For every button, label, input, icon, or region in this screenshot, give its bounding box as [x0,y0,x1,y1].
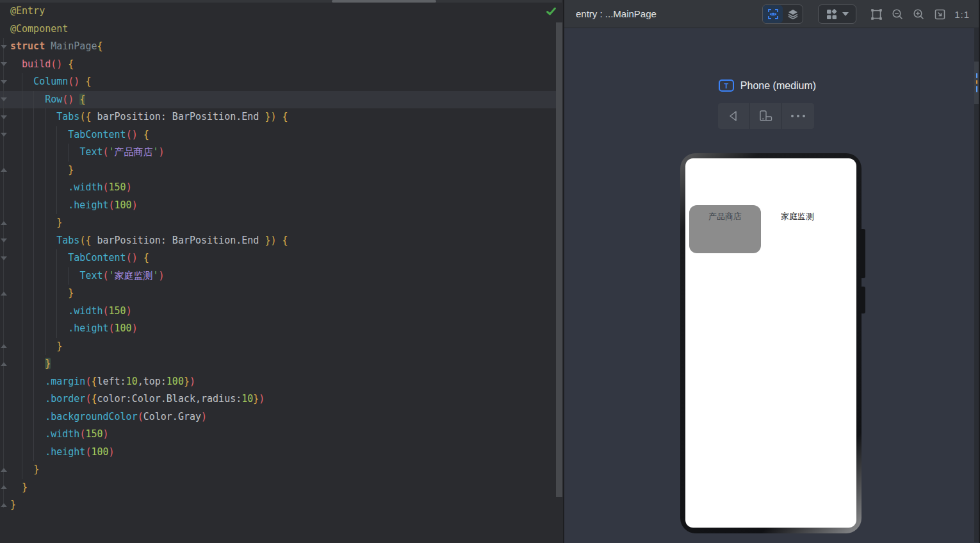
horizontal-scrollbar-thumb[interactable] [332,0,436,3]
phone-screen[interactable]: 产品商店 家庭监测 [685,158,856,528]
code-line[interactable]: struct MainPage{ [0,38,555,56]
phone-power-button [860,287,865,313]
code-line[interactable]: } [0,214,555,232]
device-name-label: Phone (medium) [740,80,816,92]
code-editor[interactable]: @Entry@Componentstruct MainPage{ build()… [0,0,564,543]
zoom-out-button[interactable] [891,8,904,21]
chevron-down-icon [842,12,849,16]
back-triangle-icon [727,110,740,122]
zoom-in-button[interactable] [912,8,925,21]
tab-content-card[interactable]: 产品商店 [689,205,761,253]
code-line[interactable]: } [0,338,555,356]
widgets-icon [826,9,837,20]
code-line[interactable]: Tabs({ barPosition: BarPosition.End }) { [0,108,555,126]
fit-to-screen-icon [934,8,946,21]
code-line[interactable]: Row() { [0,91,555,109]
code-area[interactable]: @Entry@Componentstruct MainPage{ build()… [0,3,555,514]
device-type-badge-icon: T [719,79,734,92]
rotate-device-button[interactable] [749,103,781,129]
horizontal-scrollbar[interactable] [0,0,562,3]
code-line[interactable]: .height(100) [0,320,555,338]
preview-action-bar [718,103,814,129]
code-line[interactable]: .height(100) [0,444,555,462]
preview-mode-toggle [762,4,803,24]
previewer-canvas: T Phone (medium) [564,28,979,542]
fit-to-screen-button[interactable] [933,8,946,21]
tab1-text: 产品商店 [689,211,761,222]
more-dots-icon [791,115,805,117]
rotate-device-icon [758,110,773,122]
previewer-panel: entry : ...MainPage [564,0,979,543]
code-line[interactable]: .width(150) [0,426,555,444]
code-line[interactable]: TabContent() { [0,126,555,144]
code-line[interactable]: } [0,479,555,497]
tab2-text[interactable]: 家庭监测 [781,211,814,222]
deveco-previewer-window: @Entry@Componentstruct MainPage{ build()… [0,0,980,543]
code-line[interactable]: } [0,285,555,303]
code-line[interactable]: .height(100) [0,197,555,215]
code-line[interactable]: } [0,162,555,180]
layers-icon [787,8,799,20]
phone-volume-button [860,229,865,278]
code-line[interactable]: build() { [0,56,555,74]
code-line[interactable]: } [0,496,555,514]
code-line[interactable]: @Entry [0,3,555,21]
code-line[interactable]: .backgroundColor(Color.Gray) [0,408,555,426]
code-line[interactable]: Column() { [0,73,555,91]
code-line[interactable]: Tabs({ barPosition: BarPosition.End }) { [0,232,555,250]
more-options-button[interactable] [781,103,813,129]
zoom-in-icon [913,8,925,21]
previewer-title: entry : ...MainPage [564,8,657,19]
tool-window-stripe-button[interactable] [974,62,979,104]
code-line[interactable]: .width(150) [0,179,555,197]
selection-frame-button[interactable] [870,8,883,21]
vertical-scrollbar-thumb[interactable] [556,22,562,497]
component-grid-dropdown[interactable] [818,4,856,24]
previewer-header: entry : ...MainPage [564,0,979,28]
code-line[interactable]: .width(150) [0,303,555,321]
device-label: T Phone (medium) [564,79,970,92]
phone-mockup: 产品商店 家庭监测 [680,153,862,533]
previewer-toolbar: 1:1 [762,0,970,28]
code-line[interactable]: .border({color:Color.Black,radius:10}) [0,390,555,408]
inspection-ok-icon[interactable] [546,6,557,17]
code-line[interactable]: Text('产品商店') [0,144,555,162]
code-line[interactable]: } [0,461,555,479]
code-line[interactable]: TabContent() { [0,249,555,267]
layers-mode-button[interactable] [783,5,803,23]
selection-frame-icon [870,8,883,21]
back-button[interactable] [718,103,749,129]
inspect-eye-icon [767,8,779,20]
code-line[interactable]: } [0,355,555,373]
code-line[interactable]: Text('家庭监测') [0,267,555,285]
tool-window-stripe [974,28,979,542]
inspect-mode-button[interactable] [763,5,783,23]
zoom-ratio-label[interactable]: 1:1 [954,9,970,20]
zoom-out-icon [892,8,904,21]
code-line[interactable]: @Component [0,21,555,38]
code-line[interactable]: .margin({left:10,top:100}) [0,373,555,391]
